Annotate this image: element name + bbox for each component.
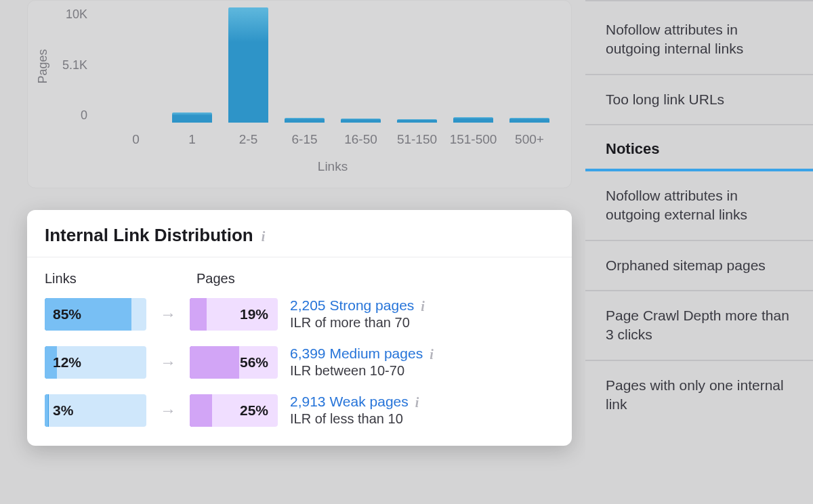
x-tick: 6-15 bbox=[276, 132, 333, 147]
bar[interactable] bbox=[220, 7, 276, 123]
links-percent-value: 85% bbox=[45, 306, 81, 322]
internal-link-distribution-card: Internal Link Distribution i Links Pages… bbox=[27, 210, 572, 446]
y-axis-label: Pages bbox=[36, 49, 50, 83]
pages-percent-bar: 56% bbox=[190, 346, 278, 379]
x-axis-label: Links bbox=[108, 159, 558, 174]
sidebar-item[interactable]: Nofollow attributes in outgoing internal… bbox=[585, 0, 813, 75]
links-percent-bar: 85% bbox=[45, 298, 146, 331]
column-header-links: Links bbox=[45, 271, 153, 287]
page-group-subtext: ILR of more than 70 bbox=[290, 315, 554, 331]
x-tick: 0 bbox=[108, 132, 164, 147]
bar[interactable] bbox=[501, 7, 558, 123]
pages-percent-value: 56% bbox=[232, 354, 278, 371]
page-group-link[interactable]: 6,399 Medium pages bbox=[290, 345, 423, 362]
distribution-row: 12%→56%6,399 Medium pagesiILR between 10… bbox=[45, 345, 554, 379]
x-tick: 500+ bbox=[501, 132, 558, 147]
y-axis-ticks: 10K 5.1K 0 bbox=[54, 7, 87, 123]
x-tick: 1 bbox=[164, 132, 220, 147]
info-icon[interactable]: i bbox=[262, 230, 274, 242]
distribution-row: 3%→25%2,913 Weak pagesiILR of less than … bbox=[45, 394, 554, 427]
distribution-row: 85%→19%2,205 Strong pagesiILR of more th… bbox=[45, 297, 554, 331]
issues-sidebar: Nofollow attributes in outgoing internal… bbox=[585, 0, 813, 429]
y-tick: 5.1K bbox=[62, 58, 87, 72]
bar[interactable] bbox=[164, 7, 220, 123]
pages-percent-bar: 19% bbox=[190, 298, 278, 331]
bar[interactable] bbox=[276, 7, 333, 123]
pages-percent-value: 19% bbox=[232, 306, 278, 322]
arrow-right-icon: → bbox=[160, 401, 176, 420]
info-icon[interactable]: i bbox=[415, 396, 428, 408]
sidebar-item[interactable]: Page Crawl Depth more than 3 clicks bbox=[585, 291, 813, 361]
y-tick: 10K bbox=[66, 7, 87, 22]
sidebar-item[interactable]: Pages with only one internal link bbox=[585, 361, 813, 429]
sidebar-item[interactable]: Too long link URLs bbox=[585, 75, 813, 125]
card-title: Internal Link Distribution bbox=[45, 225, 253, 246]
x-tick: 16-50 bbox=[333, 132, 389, 147]
sidebar-heading-notices: Notices bbox=[585, 125, 813, 171]
y-tick: 0 bbox=[81, 108, 87, 123]
links-percent-value: 12% bbox=[45, 354, 81, 371]
links-percent-value: 3% bbox=[45, 402, 73, 419]
bar[interactable] bbox=[445, 7, 501, 123]
links-percent-bar: 3% bbox=[45, 394, 146, 427]
links-percent-bar: 12% bbox=[45, 346, 146, 379]
sidebar-item[interactable]: Orphaned sitemap pages bbox=[585, 241, 813, 291]
pages-percent-value: 25% bbox=[232, 402, 278, 419]
bar[interactable] bbox=[333, 7, 389, 123]
column-header-pages: Pages bbox=[196, 271, 291, 287]
arrow-right-icon: → bbox=[160, 305, 176, 324]
page-group-subtext: ILR between 10-70 bbox=[290, 363, 554, 379]
page-group-subtext: ILR of less than 10 bbox=[290, 411, 554, 427]
info-icon[interactable]: i bbox=[421, 299, 433, 312]
x-tick: 51-150 bbox=[389, 132, 445, 147]
bar[interactable] bbox=[389, 7, 445, 123]
x-tick: 151-500 bbox=[445, 132, 501, 147]
pages-percent-bar: 25% bbox=[190, 394, 278, 427]
links-pages-bar-chart: Pages 10K 5.1K 0 012-56-1516-5051-150151… bbox=[27, 0, 572, 188]
page-group-link[interactable]: 2,205 Strong pages bbox=[290, 297, 414, 314]
bar[interactable] bbox=[108, 7, 164, 123]
sidebar-item[interactable]: Nofollow attributes in outgoing external… bbox=[585, 171, 813, 241]
info-icon[interactable]: i bbox=[430, 348, 442, 360]
x-tick: 2-5 bbox=[220, 132, 276, 147]
page-group-link[interactable]: 2,913 Weak pages bbox=[290, 394, 409, 410]
arrow-right-icon: → bbox=[160, 353, 176, 372]
